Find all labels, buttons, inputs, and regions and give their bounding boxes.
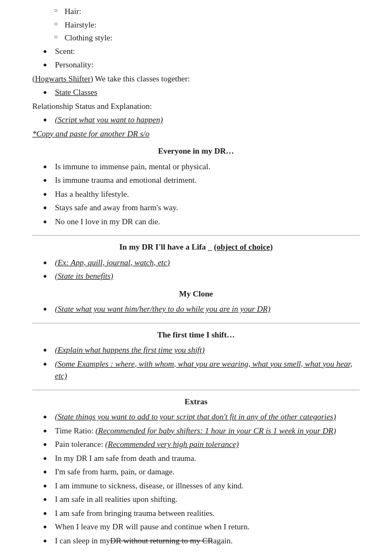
first-shift-section: The first time I shift… (Explain what ha… bbox=[32, 329, 360, 382]
lifa-heading: In my DR I'll have a Lifa _ (object of c… bbox=[32, 241, 360, 253]
extras-item-4: I'm safe from harm, pain, or damage. bbox=[43, 466, 360, 478]
hogwarts-text: We take this classes together: bbox=[93, 74, 190, 83]
relationship-script: (Script what you want to happen) bbox=[55, 115, 163, 124]
extras-item-5: I am immune to sickness, disease, or ill… bbox=[43, 480, 360, 492]
extras-item-3: In my DR I am safe from death and trauma… bbox=[43, 452, 360, 465]
personality-item: Personality: bbox=[43, 59, 360, 71]
extras-strikethrough: DR without returning to my CR bbox=[110, 536, 213, 545]
clone-section: My Clone (State what you want him/her/th… bbox=[32, 288, 360, 315]
extras-state-things: (State things you want to add to your sc… bbox=[55, 412, 336, 421]
extras-heading: Extras bbox=[32, 396, 360, 408]
everyone-item-0: Is immune to immense pain, mental or phy… bbox=[43, 161, 360, 173]
clone-heading: My Clone bbox=[32, 288, 360, 300]
hairstyle-item: Hairstyle: bbox=[54, 19, 360, 31]
extras-section: Extras (State things you want to add to … bbox=[32, 396, 360, 547]
scent-item: Scent: bbox=[43, 45, 360, 58]
relationship-heading: Relationship Status and Explanation: bbox=[32, 100, 360, 113]
hair-sub-list: Hair: Hairstyle: Clothing style: bbox=[32, 5, 360, 44]
first-shift-examples: (Some Examples : where, with whom, what … bbox=[55, 360, 352, 381]
first-shift-list: (Explain what happens the first time you… bbox=[32, 344, 360, 382]
lifa-list: (Ex: App, quill, journal, watch, etc) (S… bbox=[32, 257, 360, 282]
first-shift-heading: The first time I shift… bbox=[32, 329, 360, 341]
relationship-script-item: (Script what you want to happen) bbox=[43, 114, 360, 126]
extras-item-6: I am safe in all realities upon shifting… bbox=[43, 493, 360, 506]
clothing-item: Clothing style: bbox=[54, 32, 360, 44]
state-classes-list: State Classes bbox=[32, 86, 360, 99]
extras-list: (State things you want to add to your sc… bbox=[32, 411, 360, 547]
extras-time-link: (Recommended for baby shifters: 1 hour i… bbox=[95, 426, 336, 435]
first-shift-explain: (Explain what happens the first time you… bbox=[55, 346, 205, 354]
everyone-item-2: Has a healthy lifestyle. bbox=[43, 188, 360, 201]
extras-item-0: (State things you want to add to your sc… bbox=[43, 411, 360, 423]
state-classes-item: State Classes bbox=[43, 86, 360, 99]
lifa-heading-link: (object of choice) bbox=[214, 243, 272, 251]
extras-time-ratio-item: Time Ratio: (Recommended for baby shifte… bbox=[43, 425, 360, 437]
divider-2 bbox=[32, 323, 360, 323]
first-shift-item-1: (Some Examples : where, with whom, what … bbox=[43, 358, 360, 382]
divider-1 bbox=[32, 235, 360, 236]
main-top-list: Scent: Personality: bbox=[32, 45, 360, 71]
extras-pain-label: Pain tolerance: bbox=[55, 440, 103, 448]
extras-item-7: I am safe from bringing trauma between r… bbox=[43, 507, 360, 520]
hair-item: Hair: bbox=[54, 5, 360, 18]
clone-list: (State what you want him/her/they to do … bbox=[32, 303, 360, 315]
everyone-list: Is immune to immense pain, mental or phy… bbox=[32, 161, 360, 228]
copy-paste-label: *Copy and paste for another DR s/o bbox=[32, 128, 360, 140]
lifa-benefits: (State its benefits) bbox=[55, 272, 113, 280]
extras-item-8: When I leave my DR will pause and contin… bbox=[43, 521, 360, 533]
clone-instruction: (State what you want him/her/they to do … bbox=[55, 305, 270, 313]
lifa-ex: (Ex: App, quill, journal, watch, etc) bbox=[55, 258, 170, 267]
everyone-item-1: Is immune trauma and emotional detriment… bbox=[43, 174, 360, 187]
lifa-section: In my DR I'll have a Lifa _ (object of c… bbox=[32, 241, 360, 282]
relationship-list: (Script what you want to happen) bbox=[32, 114, 360, 126]
clone-item-0: (State what you want him/her/they to do … bbox=[43, 303, 360, 315]
everyone-heading: Everyone in my DR… bbox=[32, 145, 360, 157]
first-shift-item-0: (Explain what happens the first time you… bbox=[43, 344, 360, 356]
extras-time-label: Time Ratio: bbox=[55, 426, 94, 435]
hogwarts-label: (Hogwarts Shifter) bbox=[32, 74, 93, 83]
divider-3 bbox=[32, 390, 360, 390]
lifa-item-0: (Ex: App, quill, journal, watch, etc) bbox=[43, 257, 360, 269]
everyone-section: Everyone in my DR… Is immune to immense … bbox=[32, 145, 360, 227]
extras-pain-item: Pain tolerance: (Recommended very high p… bbox=[43, 438, 360, 451]
state-classes-link: State Classes bbox=[55, 88, 97, 96]
lifa-item-1: (State its benefits) bbox=[43, 270, 360, 282]
extras-pain-link: (Recommended very high pain tolerance) bbox=[105, 440, 239, 448]
hogwarts-line: (Hogwarts Shifter) We take this classes … bbox=[32, 73, 360, 85]
everyone-item-4: No one I love in my DR can die. bbox=[43, 216, 360, 228]
extras-last-prefix: I can sleep in my bbox=[55, 536, 110, 545]
everyone-item-3: Stays safe and away from harm's way. bbox=[43, 202, 360, 214]
extras-last-suffix: again. bbox=[213, 536, 233, 545]
extras-last-item: I can sleep in myDR without returning to… bbox=[43, 535, 360, 547]
